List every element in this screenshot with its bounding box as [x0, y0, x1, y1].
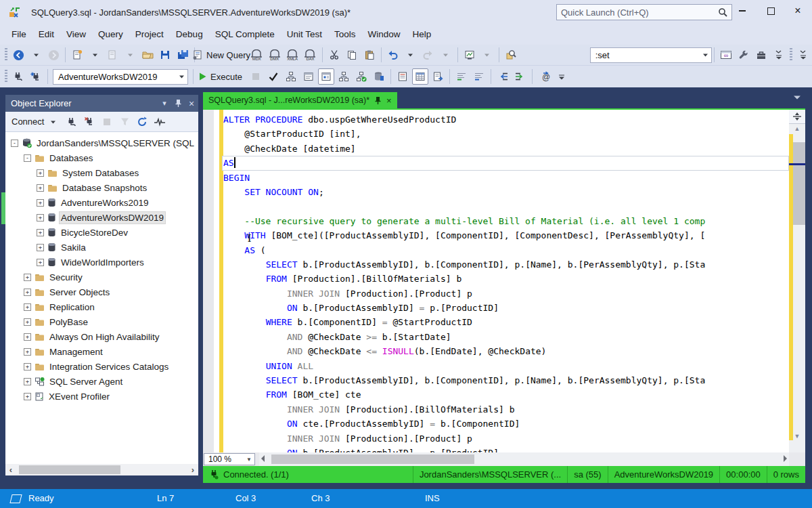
change-connection-icon[interactable]: [28, 68, 44, 85]
expander-icon[interactable]: +: [37, 229, 44, 236]
tree-item-always-on-high-availability[interactable]: +Always On High Availability: [5, 329, 198, 344]
expander-icon[interactable]: +: [24, 348, 31, 356]
code-line[interactable]: AND @CheckDate >= b.[StartDate]: [223, 330, 789, 344]
code-line[interactable]: FROM [Production].[BillOfMaterials] b: [223, 272, 789, 286]
oe-activity-monitor-icon[interactable]: [152, 114, 168, 130]
estimated-plan-icon[interactable]: [283, 68, 299, 85]
expander-icon[interactable]: +: [37, 244, 44, 251]
menu-tools[interactable]: Tools: [328, 24, 362, 45]
nav-backward-caret-icon[interactable]: [28, 47, 44, 63]
maximize-button[interactable]: [758, 0, 784, 22]
tree-item-replication[interactable]: +Replication: [5, 299, 198, 314]
navigate-find-icon[interactable]: [503, 47, 519, 63]
query-plan-icon[interactable]: [461, 47, 478, 63]
tree-item-management[interactable]: +Management: [5, 344, 198, 359]
query-options-icon[interactable]: [300, 68, 317, 85]
expander-icon[interactable]: +: [24, 274, 31, 281]
tree-item-adventureworks2019[interactable]: +AdventureWorks2019: [5, 195, 198, 210]
scroll-up-icon[interactable]: ▲: [789, 123, 805, 134]
code-lines[interactable]: ALTER PROCEDURE dbo.uspGetWhereUsedProdu…: [223, 112, 789, 452]
scroll-right-icon[interactable]: [784, 455, 787, 462]
uncomment-icon[interactable]: [471, 68, 487, 85]
menu-debug[interactable]: Debug: [170, 24, 209, 45]
mdx-query-icon[interactable]: MDX: [248, 47, 265, 63]
execute-button[interactable]: Execute: [197, 68, 246, 85]
expander-icon[interactable]: -: [11, 140, 18, 147]
tree-item-sakila[interactable]: +Sakila: [5, 240, 198, 255]
scroll-left-icon[interactable]: [261, 455, 265, 462]
scroll-down-icon[interactable]: ▼: [789, 431, 805, 442]
nav-backward-icon[interactable]: [10, 47, 26, 63]
save-all-icon[interactable]: [175, 47, 191, 63]
menu-file[interactable]: File: [5, 24, 32, 45]
dax-query-icon[interactable]: DAX: [302, 47, 318, 63]
sqlcomplete-suggestions-icon[interactable]: @: [536, 68, 552, 85]
save-icon[interactable]: [157, 47, 173, 63]
live-stats-icon[interactable]: [353, 68, 369, 85]
expander-icon[interactable]: +: [37, 199, 44, 207]
tree-item-xevent-profiler[interactable]: +XEvent Profiler: [5, 389, 198, 404]
client-stats-icon[interactable]: [371, 68, 387, 85]
pin-icon[interactable]: [171, 97, 185, 110]
editor-hscrollbar[interactable]: [259, 452, 805, 466]
oe-refresh-icon[interactable]: [134, 114, 150, 130]
expander-icon[interactable]: +: [37, 184, 44, 192]
code-line[interactable]: WITH [BOM_cte]([ProductAssemblyID], [Com…: [223, 228, 789, 242]
menu-view[interactable]: View: [60, 24, 92, 45]
actual-plan-icon[interactable]: [336, 68, 352, 85]
connect-icon[interactable]: [10, 68, 26, 85]
code-line[interactable]: ALTER PROCEDURE dbo.uspGetWhereUsedProdu…: [223, 112, 789, 127]
menu-window[interactable]: Window: [362, 24, 407, 45]
tree-item-bicyclestoredev[interactable]: +BicycleStoreDev: [5, 225, 198, 240]
expander-icon[interactable]: +: [37, 259, 44, 266]
menu-edit[interactable]: Edit: [32, 24, 60, 45]
close-icon[interactable]: ×: [386, 96, 392, 105]
scroll-left-icon[interactable]: ‹: [5, 465, 16, 475]
code-line[interactable]: FROM [BOM_cte] cte: [223, 387, 789, 402]
code-line[interactable]: BEGIN: [223, 171, 789, 185]
new-query-button[interactable]: New Query: [198, 47, 247, 63]
toolbox-icon[interactable]: [753, 47, 769, 63]
code-line[interactable]: SELECT b.[ProductAssemblyID], b.[Compone…: [223, 373, 789, 387]
code-line[interactable]: ON b.[ProductAssemblyID] = p.[ProductID]: [223, 301, 789, 315]
decrease-indent-icon[interactable]: [495, 68, 511, 85]
menu-project[interactable]: Project: [129, 24, 170, 45]
scroll-right-icon[interactable]: ›: [187, 465, 198, 475]
scrollbar-thumb[interactable]: [271, 454, 474, 464]
undo-icon[interactable]: [385, 47, 401, 63]
oe-connect-button[interactable]: Connect: [10, 114, 58, 130]
set-combo[interactable]: :set: [590, 47, 712, 63]
minimize-button[interactable]: [729, 0, 755, 22]
expander-icon[interactable]: +: [24, 333, 31, 341]
new-query-file-icon[interactable]: [69, 47, 85, 63]
expander-icon[interactable]: +: [24, 378, 31, 385]
code-editor[interactable]: ALTER PROCEDURE dbo.uspGetWhereUsedProdu…: [203, 110, 805, 452]
code-line[interactable]: AS: [223, 156, 789, 170]
scrollbar-thumb[interactable]: [793, 142, 805, 225]
expander-icon[interactable]: +: [24, 393, 31, 400]
code-line[interactable]: WHERE b.[ComponentID] = @StartProductID: [223, 315, 789, 329]
cut-icon[interactable]: [326, 47, 342, 63]
code-line[interactable]: ON b.[ProductAssemblyID] = p.[ProductID]: [223, 446, 789, 452]
tree-item-system-databases[interactable]: +System Databases: [5, 165, 198, 180]
expander-icon[interactable]: +: [24, 318, 31, 326]
expander-icon[interactable]: +: [24, 289, 31, 296]
scrollbar-thumb[interactable]: [19, 465, 120, 474]
code-line[interactable]: SELECT b.[ProductAssemblyID], b.[Compone…: [223, 257, 789, 272]
tree-item-sql-server-agent[interactable]: +SQL Server Agent: [5, 374, 198, 389]
undo-caret-icon[interactable]: [403, 47, 419, 63]
code-line[interactable]: INNER JOIN [Production].[BillOfMaterials…: [223, 402, 789, 417]
expander-icon[interactable]: +: [24, 303, 31, 311]
code-line[interactable]: [223, 199, 789, 213]
code-line[interactable]: AND @CheckDate <= ISNULL(b.[EndDate], @C…: [223, 344, 789, 358]
results-to-text-icon[interactable]: [394, 68, 411, 85]
database-combo[interactable]: AdventureWorksDW2019: [53, 69, 188, 85]
tree-item-integration-services-catalogs[interactable]: +Integration Services Catalogs: [5, 359, 198, 374]
expander-icon[interactable]: +: [37, 214, 44, 221]
object-explorer-hscrollbar[interactable]: ‹ ›: [5, 464, 198, 475]
parse-icon[interactable]: [265, 68, 281, 85]
code-line[interactable]: INNER JOIN [Production].[Product] p: [223, 431, 789, 446]
tree-item-polybase[interactable]: +PolyBase: [5, 314, 198, 329]
dmx-query-icon[interactable]: DMX: [266, 47, 282, 63]
new-file-caret-icon[interactable]: [87, 47, 103, 63]
